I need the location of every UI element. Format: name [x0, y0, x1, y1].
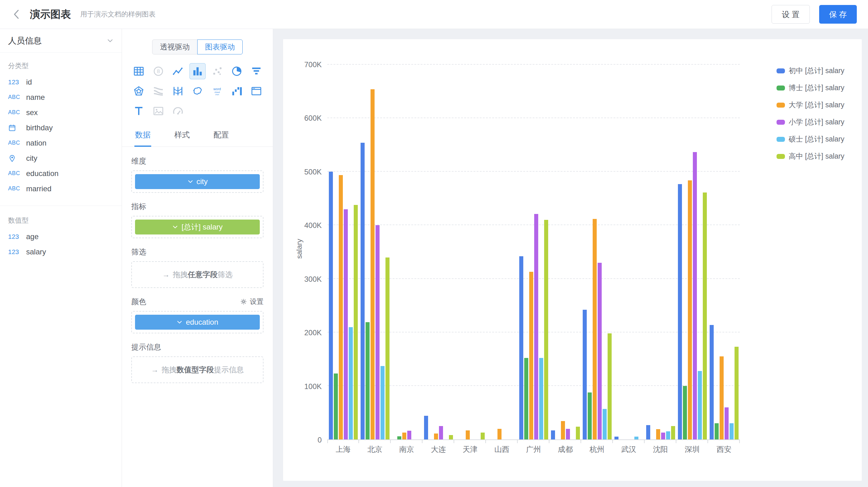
waterfall-chart-icon[interactable] [229, 83, 245, 99]
bar[interactable] [397, 436, 401, 440]
bar[interactable] [588, 392, 592, 440]
bar[interactable] [354, 205, 358, 440]
tab-data[interactable]: 数据 [134, 125, 151, 147]
bar[interactable] [366, 322, 370, 440]
field-salary[interactable]: 123salary [0, 244, 122, 259]
bar[interactable] [634, 436, 639, 440]
back-button[interactable] [11, 8, 22, 21]
field-education[interactable]: ABCeducation [0, 166, 122, 181]
metric-pill[interactable]: [总计] salary [135, 220, 260, 234]
color-dropzone[interactable]: education [131, 311, 264, 333]
bar[interactable] [561, 421, 565, 440]
line-chart-icon[interactable] [170, 63, 186, 79]
bar[interactable] [661, 432, 665, 440]
bar[interactable] [710, 325, 714, 440]
color-settings-button[interactable]: 设置 [240, 297, 264, 306]
bar[interactable] [339, 175, 343, 440]
bar[interactable] [583, 310, 587, 440]
bar[interactable] [375, 225, 379, 440]
legend-item[interactable]: 初中 [总计] salary [777, 66, 844, 75]
legend-item[interactable]: 大学 [总计] salary [777, 100, 844, 110]
bar[interactable] [519, 256, 523, 440]
number-card-icon[interactable]: 8 [150, 63, 166, 79]
bar[interactable] [656, 429, 660, 440]
metric-dropzone[interactable]: [总计] salary [131, 216, 264, 238]
bar[interactable] [344, 209, 348, 440]
bar[interactable] [539, 358, 543, 440]
bar[interactable] [439, 426, 443, 440]
bar[interactable] [385, 258, 390, 440]
bar[interactable] [402, 432, 406, 440]
field-name[interactable]: ABCname [0, 90, 122, 105]
dimension-dropzone[interactable]: city [131, 170, 264, 193]
bar[interactable] [698, 371, 702, 440]
parallel-chart-icon[interactable] [170, 83, 186, 99]
field-age[interactable]: 123age [0, 229, 122, 244]
text-chart-icon[interactable] [131, 103, 147, 119]
bar[interactable] [602, 409, 607, 440]
table-icon[interactable] [131, 63, 147, 79]
bar[interactable] [671, 426, 675, 440]
bar[interactable] [551, 430, 555, 440]
mode-tab-pivot[interactable]: 透视驱动 [152, 39, 197, 55]
bar-chart-icon[interactable] [189, 63, 206, 79]
bar[interactable] [688, 181, 692, 440]
scatter-chart-icon[interactable] [209, 63, 225, 79]
sankey-chart-icon[interactable] [150, 83, 166, 99]
bar[interactable] [693, 152, 697, 440]
bar[interactable] [497, 429, 501, 440]
bar[interactable] [407, 431, 411, 440]
bar[interactable] [598, 263, 602, 440]
bar[interactable] [466, 430, 470, 440]
image-chart-icon[interactable] [150, 103, 166, 119]
legend-item[interactable]: 高中 [总计] salary [777, 152, 844, 161]
legend-item[interactable]: 硕士 [总计] salary [777, 134, 844, 144]
bar[interactable] [593, 219, 597, 440]
bar[interactable] [434, 433, 438, 440]
bar[interactable] [349, 327, 353, 440]
bar[interactable] [371, 89, 375, 440]
bar[interactable] [720, 356, 724, 440]
dataset-selector[interactable]: 人员信息 [0, 29, 122, 53]
bar[interactable] [608, 333, 612, 440]
save-button[interactable]: 保 存 [819, 5, 857, 24]
bar[interactable] [576, 427, 580, 440]
bar[interactable] [678, 184, 682, 440]
field-nation[interactable]: ABCnation [0, 135, 122, 151]
bar[interactable] [724, 408, 728, 440]
iframe-chart-icon[interactable] [248, 83, 265, 99]
legend-item[interactable]: 博士 [总计] salary [777, 83, 844, 93]
tab-settings[interactable]: 配置 [213, 125, 229, 147]
bar[interactable] [361, 143, 365, 440]
radar-chart-icon[interactable] [131, 83, 147, 99]
bar[interactable] [730, 423, 734, 440]
field-city[interactable]: city [0, 151, 122, 166]
bar[interactable] [683, 386, 687, 440]
field-id[interactable]: 123id [0, 74, 122, 90]
bar[interactable] [544, 220, 548, 440]
legend-item[interactable]: 小学 [总计] salary [777, 117, 844, 127]
tab-style[interactable]: 样式 [174, 125, 190, 147]
color-pill[interactable]: education [135, 315, 260, 330]
bar[interactable] [480, 432, 485, 440]
bar[interactable] [534, 214, 538, 440]
bar[interactable] [449, 435, 453, 440]
settings-button[interactable]: 设 置 [772, 5, 810, 24]
field-sex[interactable]: ABCsex [0, 105, 122, 120]
tooltip-dropzone[interactable]: → 拖拽数值型字段提示信息 [131, 356, 264, 383]
mode-tab-chart[interactable]: 图表驱动 [197, 39, 243, 55]
filter-dropzone[interactable]: → 拖拽任意字段筛选 [131, 261, 264, 288]
bar[interactable] [703, 193, 707, 440]
bar[interactable] [615, 436, 619, 440]
bar[interactable] [524, 358, 528, 440]
gauge-chart-icon[interactable] [170, 103, 186, 119]
bar[interactable] [646, 425, 650, 440]
bar[interactable] [529, 272, 533, 440]
funnel-chart-icon[interactable] [248, 63, 265, 79]
wordcloud-chart-icon[interactable]: wordcloudchart [209, 83, 225, 99]
bar[interactable] [329, 172, 333, 440]
pie-chart-icon[interactable] [229, 63, 245, 79]
map-chart-icon[interactable] [189, 83, 206, 99]
bar[interactable] [566, 429, 570, 440]
bar[interactable] [715, 423, 719, 440]
